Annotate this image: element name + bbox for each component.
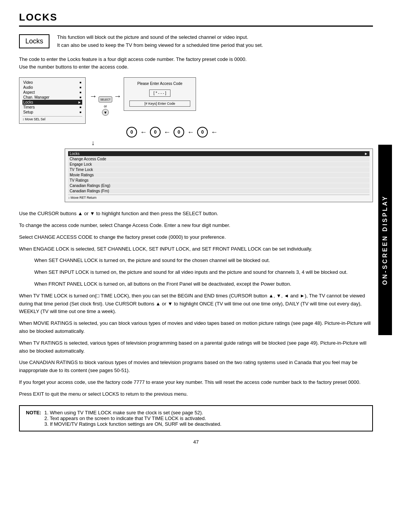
body-para-8: When TV TIME LOCK is turned on(□ TIME LO… — [19, 292, 373, 316]
submenu-canadian-eng: Canadian Ratings (Eng) — [68, 183, 370, 188]
arrow-right-2: → — [114, 92, 121, 101]
arrow-left-2: ← — [164, 128, 170, 136]
submenu-footer: ↕ Move RET Return — [68, 195, 370, 200]
num-circle-4: 0 — [197, 127, 208, 137]
body-para-12: If you forget your access code, use the … — [19, 379, 373, 387]
select-button-area: SELECT — [99, 96, 112, 104]
body-para-1: Use the CURSOR buttons ▲ or ▼ to highlig… — [19, 210, 373, 218]
code-description: The code to enter the Locks feature is a… — [19, 56, 373, 72]
body-para-7: When FRONT PANEL LOCK is turned on, all … — [34, 280, 373, 288]
arrow-right-1: → — [89, 92, 97, 101]
body-para-4: When ENGAGE LOCK is selected, SET CHANNE… — [19, 245, 373, 253]
num-circle-1: 0 — [126, 127, 137, 137]
down-arrow-to-submenu: ↓ — [91, 139, 95, 147]
menu-item-locks: Locks ► — [22, 100, 82, 105]
body-para-11: Use CANADIAN RATINGS to block various ty… — [19, 359, 373, 375]
menu-item-setup: Setup ■ — [22, 110, 82, 115]
sidebar-label: ON-SCREEN DISPLAY — [378, 145, 392, 335]
down-arrow-button: ▼ — [102, 109, 109, 116]
submenu-tv-ratings: TV Ratings — [68, 178, 370, 183]
body-para-6: When SET INPUT LOCK is turned on, the pi… — [34, 268, 373, 276]
submenu-tv-time-lock: TV Time Lock — [68, 167, 370, 172]
intro-line1: This function will block out the picture… — [57, 34, 263, 42]
note-item-1: 1. When using TV TIME LOCK make sure the… — [44, 410, 221, 415]
menu-item-timers: Timers ■ — [22, 105, 82, 110]
menu-item-aspect: Aspect ■ — [22, 90, 82, 95]
access-code-screen: Please Enter Access Code [ * - - - ] [# … — [124, 77, 196, 111]
submenu-canadian-frn: Canadian Ratings (Frn) — [68, 189, 370, 193]
page-number: 47 — [19, 439, 373, 445]
body-para-5: When SET CHANNEL LOCK is turned on, the … — [34, 257, 373, 265]
menu-item-chan-manager: Chan. Manager ■ — [22, 95, 82, 100]
note-item-2: 2. Text appears on the screen to indicat… — [44, 415, 221, 421]
num-circle-2: 0 — [150, 127, 161, 137]
note-box: NOTE: 1. When using TV TIME LOCK make su… — [19, 405, 373, 431]
num-circle-3: 0 — [174, 127, 184, 137]
select-button: SELECT — [99, 96, 112, 102]
note-item-3: 3. If MOVIE/TV Ratings Lock function set… — [44, 421, 221, 427]
locks-submenu: Locks ► Change Access Code Engage Lock T… — [65, 149, 373, 202]
intro-line2: It can also be used to keep the TV from … — [57, 42, 263, 50]
submenu-change-access: Change Access Code — [68, 157, 370, 161]
body-para-13: Press EXIT to quit the menu or select LO… — [19, 390, 373, 398]
menu-item-video: Video ■ — [22, 80, 82, 85]
arrow-left-3: ← — [187, 128, 194, 136]
menu-footer: ↕ Move SEL Sel — [22, 116, 82, 121]
body-para-9: When MOVIE RATINGS is selected, you can … — [19, 320, 373, 335]
body-para-10: When TV RATINGS is selected, various typ… — [19, 339, 373, 355]
submenu-engage-lock: Engage Lock — [68, 162, 370, 167]
note-content: 1. When using TV TIME LOCK make sure the… — [44, 410, 221, 427]
submenu-header: Locks ► — [68, 151, 370, 156]
access-enter-label: [# Keys] Enter Code — [129, 101, 190, 107]
arrow-left-1: ← — [140, 128, 147, 136]
locks-box-label: Locks — [19, 34, 49, 48]
page-title: LOCKS — [19, 11, 373, 27]
intro-section: Locks This function will block out the p… — [19, 34, 373, 50]
menu-item-audio: Audio ■ — [22, 85, 82, 90]
note-label: NOTE: — [26, 410, 41, 415]
main-menu-screen: Video ■ Audio ■ Aspect ■ Chan. Manager ■ — [19, 77, 86, 124]
body-para-2: To change the access code number, select… — [19, 222, 373, 230]
arrow-left-4: ← — [211, 128, 218, 136]
intro-text: This function will block out the picture… — [57, 34, 263, 50]
or-text: or — [104, 104, 107, 108]
body-para-3: Select CHANGE ACCESS CODE to change the … — [19, 233, 373, 241]
access-code-display: [ * - - - ] — [149, 89, 170, 97]
access-screen-title: Please Enter Access Code — [129, 81, 190, 86]
submenu-movie-ratings: Movie Ratings — [68, 173, 370, 177]
